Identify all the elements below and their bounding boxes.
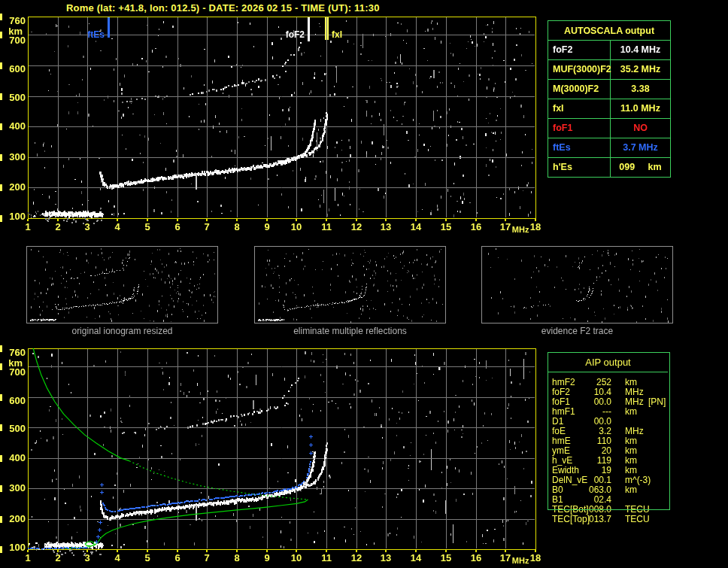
autoscala-screen: { "title": "Rome (lat: +41.8, lon: 012.5… xyxy=(0,0,728,568)
thumbnail-evidence-canvas xyxy=(482,247,672,323)
table-row-fof2: foF2 10.4 MHz xyxy=(548,40,670,59)
aip-value: 013.7 xyxy=(570,515,611,524)
aip-table-frame xyxy=(548,352,670,510)
row-value: 3.38 xyxy=(611,80,670,99)
autoscala-output-table: AUTOSCALA output foF2 10.4 MHz MUF(3000)… xyxy=(548,20,671,178)
thumbnail-caption: eliminate multiple reflections xyxy=(254,326,446,336)
autoscala-table-title: AUTOSCALA output xyxy=(548,21,670,40)
aip-row-tec[top]: TEC[Top]013.7TECU xyxy=(548,515,669,524)
row-value: 10.4 MHz xyxy=(611,41,670,59)
row-value: 35.2 MHz xyxy=(611,60,670,79)
table-row-hes: h'Es 099 km xyxy=(548,157,670,177)
row-label: M(3000)F2 xyxy=(548,80,611,99)
table-row-m3000f2: M(3000)F2 3.38 xyxy=(548,79,670,99)
row-label: foF1 xyxy=(548,119,611,138)
row-label: MUF(3000)F2 xyxy=(548,60,611,79)
row-label: fxI xyxy=(548,99,611,118)
row-value: 11.0 MHz xyxy=(611,99,670,118)
row-label: foF2 xyxy=(548,41,611,59)
thumbnail-caption: evidence F2 trace xyxy=(481,326,673,336)
table-row-fxi: fxI 11.0 MHz xyxy=(548,99,670,118)
row-value: NO xyxy=(611,119,670,138)
row-label: ftEs xyxy=(548,138,611,157)
thumbnail-eliminate-canvas xyxy=(255,247,445,323)
row-value: 3.7 MHz xyxy=(611,138,670,157)
row-value: 099 km xyxy=(611,158,670,177)
row-label: h'Es xyxy=(548,158,611,177)
thumbnail-evidence-f2 xyxy=(481,246,673,323)
table-row-ftes: ftEs 3.7 MHz xyxy=(548,138,670,157)
table-row-fof1: foF1 NO xyxy=(548,118,670,138)
thumbnail-caption: original ionogram resized xyxy=(26,326,218,336)
table-row-muf3000f2: MUF(3000)F2 35.2 MHz xyxy=(548,59,670,79)
thumbnail-original-canvas xyxy=(27,247,217,323)
thumbnail-original-ionogram xyxy=(26,246,218,323)
aip-unit: TECU xyxy=(625,515,650,524)
thumbnail-eliminate-reflections xyxy=(254,246,446,323)
